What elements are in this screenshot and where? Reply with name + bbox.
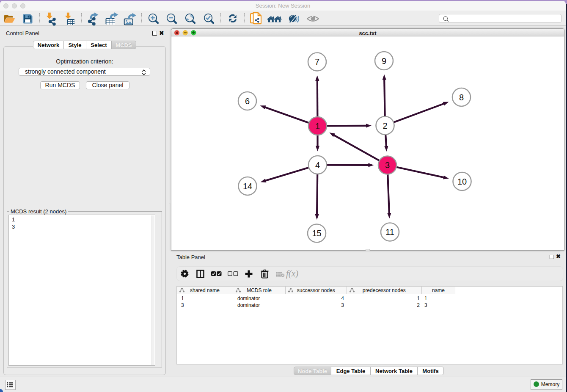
svg-text:10: 10	[457, 177, 467, 186]
svg-text:9: 9	[382, 56, 386, 66]
svg-text:7: 7	[315, 57, 319, 66]
svg-text:14: 14	[243, 182, 252, 191]
svg-text:15: 15	[312, 229, 321, 238]
svg-text:4: 4	[315, 160, 320, 170]
svg-text:8: 8	[459, 93, 464, 102]
svg-text:2: 2	[383, 121, 387, 130]
svg-text:1: 1	[315, 121, 320, 131]
svg-text:11: 11	[385, 227, 394, 237]
svg-text:3: 3	[385, 160, 390, 170]
svg-text:6: 6	[245, 97, 250, 106]
